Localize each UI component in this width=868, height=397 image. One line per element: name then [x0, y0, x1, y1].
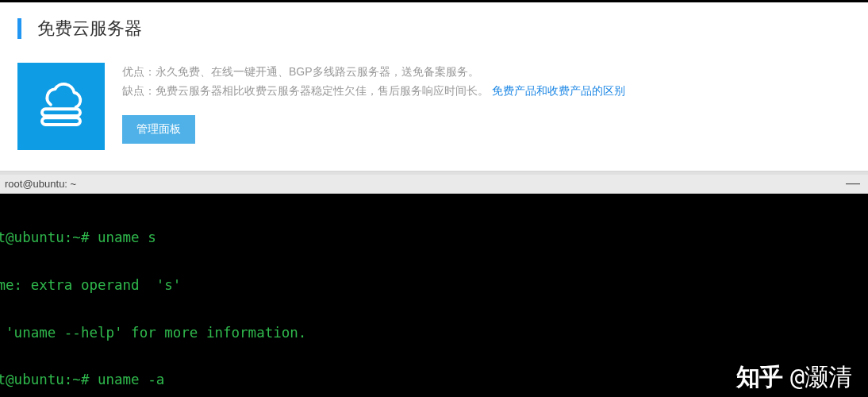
- terminal-title: root@ubuntu: ~: [5, 178, 76, 190]
- watermark: 知乎 @灏清: [736, 364, 852, 391]
- terminal-line: ot@ubuntu:~# uname s: [0, 230, 868, 246]
- terminal-line: y 'uname --help' for more information.: [0, 326, 868, 341]
- terminal-titlebar[interactable]: root@ubuntu: ~ —: [0, 175, 868, 194]
- cons-text: 免费云服务器相比收费云服务器稳定性欠佳，售后服务响应时间长。: [156, 84, 489, 97]
- terminal-line: ame: extra operand 's': [0, 278, 868, 294]
- manage-panel-button[interactable]: 管理面板: [122, 115, 195, 144]
- minimize-icon[interactable]: —: [846, 175, 860, 193]
- zhihu-logo: 知乎: [736, 364, 782, 391]
- pros-text: 永久免费、在线一键开通、BGP多线路云服务器，送免备案服务。: [156, 65, 479, 78]
- card-title-row: 免费云服务器: [17, 17, 851, 40]
- pros-label: 优点：: [122, 65, 156, 78]
- product-card: 免费云服务器 优点：永久免费、在线一键开通、BGP多线路云服务器，送免备案服务。…: [0, 2, 868, 168]
- title-accent-bar: [17, 18, 21, 39]
- cons-line: 缺点：免费云服务器相比收费云服务器稳定性欠佳，售后服务响应时间长。 免费产品和收…: [122, 82, 851, 101]
- cloud-server-icon: [17, 63, 105, 150]
- watermark-author: @灏清: [790, 364, 852, 391]
- card-body: 优点：永久免费、在线一键开通、BGP多线路云服务器，送免备案服务。 缺点：免费云…: [17, 63, 851, 150]
- compare-link[interactable]: 免费产品和收费产品的区别: [492, 84, 625, 97]
- terminal-body[interactable]: ot@ubuntu:~# uname s ame: extra operand …: [0, 194, 868, 397]
- pros-line: 优点：永久免费、在线一键开通、BGP多线路云服务器，送免备案服务。: [122, 63, 851, 82]
- cons-label: 缺点：: [122, 84, 156, 97]
- page-title: 免费云服务器: [37, 17, 142, 40]
- description-column: 优点：永久免费、在线一键开通、BGP多线路云服务器，送免备案服务。 缺点：免费云…: [122, 63, 851, 150]
